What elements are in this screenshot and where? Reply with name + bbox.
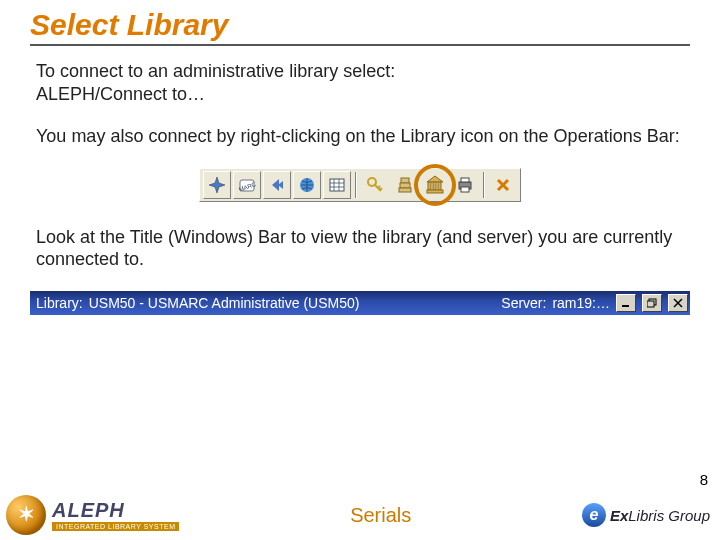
- server-label: Server:: [501, 295, 546, 311]
- minimize-button[interactable]: [616, 294, 636, 312]
- exlibris-suffix: Group: [664, 507, 710, 524]
- library-label: Library:: [36, 295, 83, 311]
- intro-line1: To connect to an administrative library …: [36, 61, 395, 81]
- intro-line2: ALEPH/Connect to…: [36, 84, 205, 104]
- grid-icon: [328, 176, 346, 194]
- library-icon: [425, 175, 445, 195]
- exlibris-logo: e ExLibris Group: [582, 503, 720, 527]
- svg-marker-0: [209, 177, 225, 193]
- server-value: ram19:…: [552, 295, 610, 311]
- aleph-logo-icon: ✶: [6, 495, 46, 535]
- svg-rect-10: [399, 188, 411, 192]
- svg-rect-9: [400, 183, 410, 188]
- compass-icon: [208, 176, 226, 194]
- footer-title: Serials: [179, 504, 581, 527]
- restore-button[interactable]: [642, 294, 662, 312]
- svg-rect-15: [427, 190, 443, 193]
- print-button[interactable]: [451, 171, 479, 199]
- server-button[interactable]: [391, 171, 419, 199]
- page-title: Select Library: [30, 8, 690, 42]
- aleph-name: ALEPH: [52, 499, 125, 521]
- globe-icon: [298, 176, 316, 194]
- titlebar-paragraph: Look at the Title (Windows) Bar to view …: [36, 226, 690, 271]
- svg-rect-17: [461, 178, 469, 182]
- nav-button[interactable]: [203, 171, 231, 199]
- window-titlebar: Library: USM50 - USMARC Administrative (…: [30, 291, 690, 315]
- server-icon: [396, 176, 414, 194]
- aleph-subtitle: INTEGRATED LIBRARY SYSTEM: [52, 522, 179, 531]
- close-window-button[interactable]: [668, 294, 688, 312]
- library-button[interactable]: [421, 171, 449, 199]
- marc-button[interactable]: MARC: [233, 171, 261, 199]
- footer: ✶ ALEPH INTEGRATED LIBRARY SYSTEM Serial…: [0, 490, 720, 540]
- exlibris-mid: Libris: [628, 507, 664, 524]
- svg-rect-13: [433, 182, 436, 190]
- svg-marker-3: [272, 179, 279, 191]
- intro-paragraph: To connect to an administrative library …: [36, 60, 690, 105]
- svg-marker-11: [427, 176, 443, 182]
- exlibris-icon: e: [582, 503, 606, 527]
- library-value: USM50 - USMARC Administrative (USM50): [89, 295, 360, 311]
- toolbar-separator: [355, 172, 357, 198]
- prev-button[interactable]: [263, 171, 291, 199]
- operations-bar: MARC: [199, 168, 521, 202]
- x-icon: [673, 298, 683, 308]
- page-number: 8: [700, 471, 708, 488]
- close-button[interactable]: [489, 171, 517, 199]
- grid-button[interactable]: [323, 171, 351, 199]
- minimize-icon: [621, 298, 631, 308]
- arrow-left-icon: [268, 176, 286, 194]
- svg-rect-12: [428, 182, 431, 190]
- key-button[interactable]: [361, 171, 389, 199]
- svg-rect-6: [330, 179, 344, 191]
- marc-icon: MARC: [238, 176, 256, 194]
- svg-rect-21: [647, 301, 654, 307]
- printer-icon: [456, 176, 474, 194]
- globe-button[interactable]: [293, 171, 321, 199]
- svg-rect-14: [438, 182, 441, 190]
- restore-icon: [647, 298, 657, 308]
- svg-rect-18: [461, 187, 469, 192]
- exlibris-prefix: Ex: [610, 507, 628, 524]
- toolbar-separator-2: [483, 172, 485, 198]
- svg-rect-8: [401, 178, 409, 183]
- title-rule: [30, 44, 690, 46]
- aleph-logo-glyph: ✶: [18, 502, 35, 526]
- rightclick-paragraph: You may also connect by right-clicking o…: [36, 125, 690, 148]
- key-icon: [366, 176, 384, 194]
- close-icon: [495, 177, 511, 193]
